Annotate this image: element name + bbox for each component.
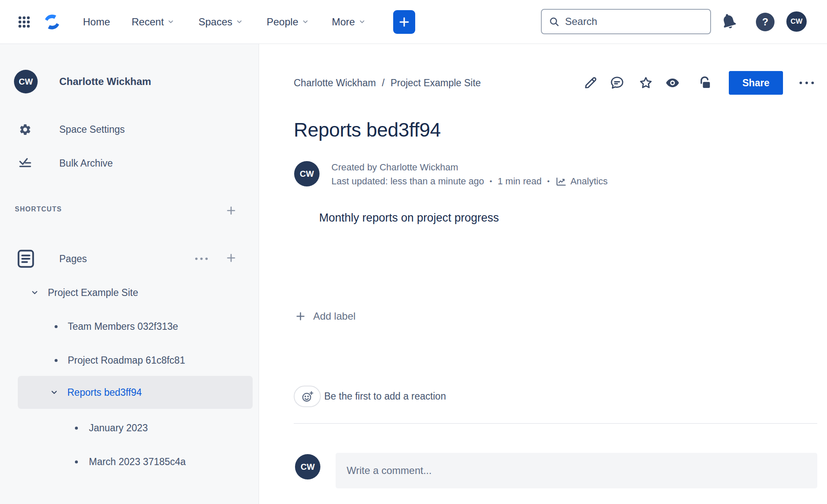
tree-item-march-2023[interactable]: March 2023 37185c4a bbox=[0, 445, 259, 478]
space-avatar: CW bbox=[14, 70, 38, 93]
bullet-icon bbox=[55, 325, 58, 328]
author-avatar[interactable]: CW bbox=[294, 161, 320, 186]
pencil-icon bbox=[583, 75, 598, 90]
dot-separator: • bbox=[490, 177, 492, 186]
sidebar-item-bulk-archive[interactable]: Bulk Archive bbox=[0, 151, 259, 175]
space-sidebar: CW Charlotte Wickham Space Settings Bulk… bbox=[0, 44, 259, 504]
comment-input-box[interactable] bbox=[336, 453, 817, 488]
tree-item-reports-selected[interactable]: Reports bed3ff94 bbox=[18, 376, 253, 409]
confluence-logo-icon bbox=[42, 12, 62, 32]
space-settings-label: Space Settings bbox=[59, 124, 125, 135]
nav-home[interactable]: Home bbox=[83, 0, 110, 44]
star-icon bbox=[638, 75, 653, 90]
bullet-icon bbox=[75, 427, 78, 430]
tree-item-label: Project Example Site bbox=[48, 287, 138, 299]
nav-spaces[interactable]: Spaces bbox=[198, 0, 243, 44]
plus-icon bbox=[225, 252, 237, 264]
page-content bbox=[259, 44, 827, 504]
nav-more[interactable]: More bbox=[332, 0, 366, 44]
byline-created: Created by Charlotte Wickham bbox=[331, 161, 458, 174]
tree-item-january-2023[interactable]: January 2023 bbox=[0, 411, 259, 444]
app-switcher-button[interactable] bbox=[17, 14, 32, 30]
chevron-down-icon bbox=[302, 18, 309, 25]
nav-home-label: Home bbox=[83, 16, 110, 28]
bulk-archive-label: Bulk Archive bbox=[59, 158, 113, 169]
tree-item-project-example-site[interactable]: Project Example Site bbox=[0, 276, 259, 309]
confluence-logo[interactable] bbox=[42, 12, 62, 32]
search-box[interactable] bbox=[541, 9, 711, 34]
nav-recent-label: Recent bbox=[132, 16, 164, 28]
ellipsis-icon bbox=[194, 257, 209, 261]
author-avatar-initials: CW bbox=[300, 169, 314, 179]
comment-input[interactable] bbox=[347, 465, 806, 477]
shortcuts-header: SHORTCUTS bbox=[15, 205, 62, 213]
eye-icon bbox=[665, 75, 680, 90]
share-button[interactable]: Share bbox=[729, 71, 783, 95]
nav-spaces-label: Spaces bbox=[198, 16, 232, 28]
chevron-down-icon bbox=[167, 18, 174, 25]
bell-icon bbox=[719, 12, 739, 31]
bulk-archive-icon bbox=[19, 157, 32, 170]
profile-avatar-initials: CW bbox=[791, 17, 802, 26]
comments-divider bbox=[294, 423, 817, 424]
restrictions-button[interactable] bbox=[696, 74, 714, 92]
comments-button[interactable] bbox=[608, 74, 626, 92]
pages-more-button[interactable] bbox=[195, 252, 208, 266]
analytics-label: Analytics bbox=[571, 176, 608, 187]
add-label-button[interactable]: Add label bbox=[295, 309, 356, 323]
add-reaction-button[interactable] bbox=[294, 386, 321, 407]
help-button[interactable]: ? bbox=[756, 13, 775, 31]
edit-button[interactable] bbox=[581, 74, 600, 92]
bullet-icon bbox=[55, 359, 58, 362]
add-label-text: Add label bbox=[313, 310, 356, 322]
tree-item-label: March 2023 37185c4a bbox=[89, 456, 186, 468]
analytics-link[interactable]: Analytics bbox=[555, 176, 608, 187]
chevron-down-icon bbox=[236, 18, 243, 25]
tree-item-label: Team Members 032f313e bbox=[68, 321, 178, 332]
breadcrumb-parent-link[interactable]: Project Example Site bbox=[391, 77, 481, 89]
unlock-icon bbox=[697, 75, 713, 90]
nav-more-label: More bbox=[332, 16, 355, 28]
chevron-down-icon bbox=[358, 18, 366, 25]
plus-icon bbox=[398, 16, 411, 28]
nav-people[interactable]: People bbox=[267, 0, 309, 44]
sidebar-item-space-settings[interactable]: Space Settings bbox=[0, 118, 259, 141]
add-shortcut-button[interactable] bbox=[224, 204, 238, 217]
dot-separator: • bbox=[547, 177, 550, 186]
page-title: Reports bed3ff94 bbox=[294, 118, 441, 141]
notifications-button[interactable] bbox=[719, 12, 739, 31]
search-icon bbox=[549, 16, 560, 27]
profile-avatar[interactable]: CW bbox=[786, 11, 807, 32]
star-button[interactable] bbox=[637, 74, 655, 92]
space-header[interactable]: CW Charlotte Wickham bbox=[0, 70, 259, 93]
question-mark-icon: ? bbox=[762, 16, 769, 28]
tree-item-project-roadmap[interactable]: Project Roadmap 61c8fc81 bbox=[0, 344, 259, 377]
app-switcher-grid-icon bbox=[17, 15, 32, 29]
comment-bubble-icon bbox=[609, 75, 625, 90]
page-more-button[interactable] bbox=[797, 74, 816, 92]
tree-item-label: January 2023 bbox=[89, 422, 148, 434]
breadcrumb: Charlotte Wickham / Project Example Site bbox=[294, 71, 481, 95]
search-input[interactable] bbox=[565, 16, 703, 27]
create-page-button[interactable] bbox=[224, 251, 238, 265]
create-button[interactable] bbox=[393, 10, 415, 34]
gear-icon bbox=[19, 123, 32, 136]
plus-icon bbox=[295, 311, 306, 322]
tree-item-label: Reports bed3ff94 bbox=[67, 387, 142, 398]
page-body-paragraph: Monthly reports on project progress bbox=[319, 211, 499, 225]
pages-document-icon bbox=[16, 248, 36, 269]
breadcrumb-separator: / bbox=[382, 77, 384, 89]
space-name: Charlotte Wickham bbox=[59, 76, 151, 88]
tree-item-team-members[interactable]: Team Members 032f313e bbox=[0, 310, 259, 343]
watch-button[interactable] bbox=[663, 74, 682, 92]
commenter-avatar: CW bbox=[295, 454, 320, 479]
bullet-icon bbox=[75, 460, 78, 463]
nav-recent[interactable]: Recent bbox=[132, 0, 174, 44]
top-navigation: Home Recent Spaces People More bbox=[0, 0, 827, 44]
pages-section-header[interactable]: Pages bbox=[0, 247, 259, 271]
byline-meta: Last updated: less than a minute ago • 1… bbox=[331, 175, 608, 188]
breadcrumb-space-link[interactable]: Charlotte Wickham bbox=[294, 77, 376, 89]
commenter-avatar-initials: CW bbox=[300, 462, 314, 472]
smiley-plus-icon bbox=[300, 390, 314, 403]
space-avatar-initials: CW bbox=[19, 77, 33, 87]
